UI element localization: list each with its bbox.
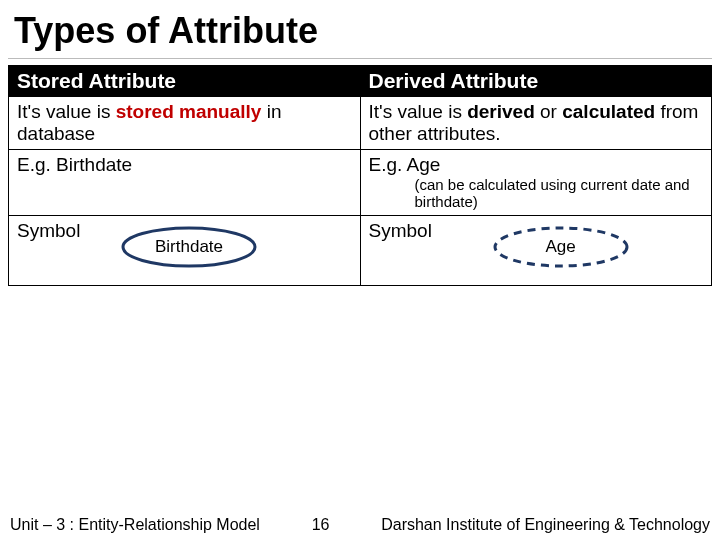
slide-title: Types of Attribute (0, 0, 720, 56)
table-row: Symbol Birthdate Symbol Age (9, 215, 712, 285)
bold-text: derived (467, 101, 535, 122)
cell-derived-def: It's value is derived or calculated from… (360, 97, 712, 150)
cell-derived-example: E.g. Age (can be calculated using curren… (360, 150, 712, 216)
example-note: (can be calculated using current date an… (369, 176, 704, 211)
ellipse-solid-wrap: Birthdate (119, 224, 259, 270)
cell-stored-symbol: Symbol Birthdate (9, 215, 361, 285)
text: It's value is (17, 101, 116, 122)
header-stored: Stored Attribute (9, 66, 361, 97)
footer-org: Darshan Institute of Engineering & Techn… (381, 516, 720, 534)
table-row: It's value is stored manually in databas… (9, 97, 712, 150)
text: It's value is (369, 101, 468, 122)
comparison-table: Stored Attribute Derived Attribute It's … (8, 65, 712, 286)
symbol-label: Symbol (369, 220, 432, 242)
ellipse-dashed-wrap: Age (491, 224, 631, 270)
cell-derived-symbol: Symbol Age (360, 215, 712, 285)
emphasis-text: stored manually (116, 101, 262, 122)
bold-text: calculated (562, 101, 655, 122)
header-derived: Derived Attribute (360, 66, 712, 97)
table-row: E.g. Birthdate E.g. Age (can be calculat… (9, 150, 712, 216)
ellipse-label: Birthdate (119, 224, 259, 270)
symbol-label: Symbol (17, 220, 80, 242)
footer: Unit – 3 : Entity-Relationship Model 16 … (0, 516, 720, 534)
footer-page: 16 (260, 516, 381, 534)
ellipse-label: Age (491, 224, 631, 270)
table-header-row: Stored Attribute Derived Attribute (9, 66, 712, 97)
cell-stored-def: It's value is stored manually in databas… (9, 97, 361, 150)
text: or (535, 101, 562, 122)
title-divider (8, 58, 712, 59)
text: E.g. Age (369, 154, 441, 175)
cell-stored-example: E.g. Birthdate (9, 150, 361, 216)
slide: Types of Attribute Stored Attribute Deri… (0, 0, 720, 540)
footer-unit: Unit – 3 : Entity-Relationship Model (0, 516, 260, 534)
